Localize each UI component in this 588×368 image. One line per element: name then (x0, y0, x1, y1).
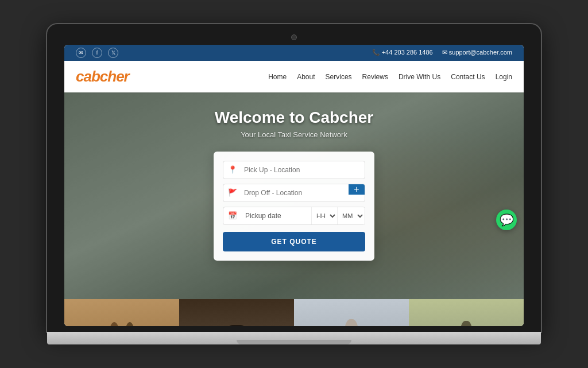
hero-content: Welcome to Cabcher Your Local Taxi Servi… (64, 92, 524, 299)
camera (291, 34, 297, 40)
datetime-row: 📅 Pickup date HH 010203 040506 070809 10… (223, 207, 365, 225)
nav-contact-us[interactable]: Contact Us (451, 73, 485, 81)
add-stop-button[interactable]: + (349, 184, 365, 195)
dropoff-input[interactable] (242, 184, 349, 202)
whatsapp-social-icon[interactable]: ✉ (76, 48, 86, 58)
hero-title: Welcome to Cabcher (215, 109, 373, 127)
nav-bar: cabcher Home About Services Reviews Driv… (64, 61, 524, 92)
email-address: ✉ support@cabcher.com (442, 49, 512, 56)
screen-bezel: ✉ f 𝕏 📞 +44 203 286 1486 ✉ support@cabch… (47, 24, 541, 332)
booking-form: 📍 🚩 + 📅 Pickup date (214, 152, 374, 261)
laptop-base (47, 332, 541, 344)
gallery-item-1 (64, 299, 179, 326)
date-label: Pickup date (242, 207, 311, 224)
whatsapp-icon: 💬 (500, 213, 514, 227)
logo[interactable]: cabcher (76, 68, 129, 86)
phone-number: 📞 +44 203 286 1486 (372, 49, 433, 56)
top-bar: ✉ f 𝕏 📞 +44 203 286 1486 ✉ support@cabch… (64, 45, 524, 61)
nav-reviews[interactable]: Reviews (362, 73, 388, 81)
hero-subtitle: Your Local Taxi Service Network (241, 130, 347, 139)
whatsapp-button[interactable]: 💬 (496, 210, 517, 230)
dropoff-row: 🚩 + (223, 184, 365, 202)
screen: ✉ f 𝕏 📞 +44 203 286 1486 ✉ support@cabch… (64, 45, 524, 326)
nav-login[interactable]: Login (496, 73, 512, 81)
social-links: ✉ f 𝕏 (76, 48, 118, 58)
hour-select[interactable]: HH 010203 040506 070809 101112 (311, 207, 337, 224)
gallery-item-2 (179, 299, 294, 326)
pickup-input[interactable] (242, 161, 365, 179)
nav-home[interactable]: Home (268, 73, 287, 81)
calendar-icon: 📅 (223, 211, 242, 220)
twitter-social-icon[interactable]: 𝕏 (108, 48, 118, 58)
get-quote-button[interactable]: GET QUOTE (223, 232, 365, 251)
gallery-item-4 (409, 299, 524, 326)
pickup-row: 📍 (223, 161, 365, 179)
gallery-section (64, 299, 524, 326)
contact-info: 📞 +44 203 286 1486 ✉ support@cabcher.com (372, 49, 512, 56)
nav-links: Home About Services Reviews Drive With U… (268, 71, 512, 82)
gallery-item-3 (294, 299, 409, 326)
pickup-icon: 📍 (223, 165, 242, 174)
nav-drive-with-us[interactable]: Drive With Us (399, 73, 440, 81)
minute-select[interactable]: MM 00153045 (337, 207, 365, 224)
nav-about[interactable]: About (297, 73, 315, 81)
hero-section: Welcome to Cabcher Your Local Taxi Servi… (64, 92, 524, 299)
dropoff-icon: 🚩 (223, 188, 242, 197)
laptop-frame: ✉ f 𝕏 📞 +44 203 286 1486 ✉ support@cabch… (47, 24, 541, 344)
nav-services[interactable]: Services (326, 73, 352, 81)
facebook-social-icon[interactable]: f (92, 48, 102, 58)
